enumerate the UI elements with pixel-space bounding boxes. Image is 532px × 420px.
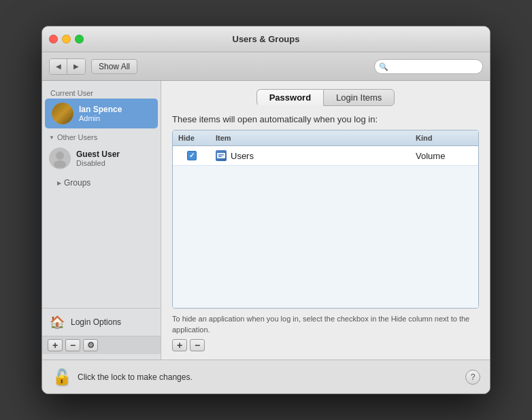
login-options-icon: 🏠 (49, 314, 65, 330)
hide-checkbox[interactable]: ✓ (187, 151, 197, 160)
search-input[interactable] (374, 59, 483, 74)
lock-icon: 🔓 (52, 368, 71, 386)
tabs: Password Login Items (172, 89, 479, 106)
guest-user-info: Guest User Disabled (76, 150, 120, 167)
titlebar: Users & Groups (42, 27, 490, 52)
table-body: ✓ Users (173, 146, 478, 308)
other-users-label: Other Users (57, 133, 97, 141)
section-description: These items will open automatically when… (172, 114, 479, 124)
sidebar-action-buttons: + − ⚙ (42, 336, 161, 354)
main-content: Current User Ian Spence Admin ▼ Other Us… (42, 81, 490, 360)
row-item-name: Users (231, 151, 254, 161)
right-panel: Password Login Items These items will op… (161, 81, 490, 360)
guest-user-name: Guest User (76, 150, 120, 159)
minimize-button[interactable] (62, 35, 71, 43)
forward-button[interactable]: ▶ (67, 59, 85, 74)
current-user-avatar (52, 103, 73, 124)
col-hide-header: Hide (173, 133, 210, 143)
lock-button[interactable]: 🔓 (52, 368, 71, 387)
login-options-label: Login Options (71, 317, 121, 327)
col-item-header: Item (210, 133, 410, 143)
traffic-lights (49, 35, 84, 43)
search-box: 🔍 (374, 59, 483, 74)
nav-buttons: ◀ ▶ (49, 58, 86, 75)
other-users-section: ▼ Other Users Guest User Disabled (42, 128, 161, 176)
sidebar-bottom: 🏠 Login Options + − ⚙ (42, 308, 161, 354)
row-kind-cell: Volume (410, 150, 478, 162)
current-user-role: Admin (79, 114, 122, 122)
svg-point-0 (56, 152, 64, 160)
row-hide-cell: ✓ (173, 150, 210, 162)
back-button[interactable]: ◀ (50, 59, 67, 74)
svg-rect-4 (218, 156, 222, 158)
svg-point-1 (54, 160, 66, 168)
help-button[interactable]: ? (465, 370, 480, 385)
remove-item-button[interactable]: − (190, 339, 205, 351)
maximize-button[interactable] (75, 35, 84, 43)
add-item-button[interactable]: + (172, 339, 187, 351)
close-button[interactable] (49, 35, 58, 43)
add-user-button[interactable]: + (48, 339, 63, 351)
show-all-button[interactable]: Show All (91, 59, 137, 74)
current-user-label: Current User (42, 86, 161, 99)
tab-login-items[interactable]: Login Items (323, 89, 395, 106)
groups-item[interactable]: ▶ Groups (42, 176, 161, 190)
search-icon: 🔍 (379, 62, 388, 71)
bottom-bar: 🔓 Click the lock to make changes. ? (42, 360, 490, 393)
row-item-cell: Users (210, 149, 410, 162)
lock-text: Click the lock to make changes. (78, 372, 193, 382)
sidebar: Current User Ian Spence Admin ▼ Other Us… (42, 81, 161, 360)
login-items-table: Hide Item Kind ✓ (172, 130, 479, 309)
footer-note: To hide an application when you log in, … (172, 314, 479, 335)
checkmark-icon: ✓ (189, 152, 195, 159)
current-user-item[interactable]: Ian Spence Admin (45, 99, 158, 128)
login-options-item[interactable]: 🏠 Login Options (42, 309, 161, 336)
toolbar: ◀ ▶ Show All 🔍 (42, 52, 490, 81)
guest-avatar (49, 147, 71, 169)
groups-triangle-icon: ▶ (57, 180, 61, 186)
guest-user-status: Disabled (76, 159, 120, 167)
table-header: Hide Item Kind (173, 130, 478, 146)
table-controls: + − (172, 339, 479, 351)
window-title: Users & Groups (233, 34, 300, 44)
guest-user-item[interactable]: Guest User Disabled (42, 143, 161, 173)
settings-button[interactable]: ⚙ (83, 339, 98, 351)
item-icon (216, 150, 227, 161)
svg-rect-3 (218, 154, 224, 156)
groups-label: Groups (64, 178, 90, 188)
col-kind-header: Kind (410, 133, 478, 143)
main-window: Users & Groups ◀ ▶ Show All 🔍 Current Us… (41, 26, 491, 394)
other-users-header[interactable]: ▼ Other Users (42, 131, 161, 143)
table-row[interactable]: ✓ Users (173, 146, 478, 166)
current-user-info: Ian Spence Admin (79, 105, 122, 122)
remove-user-button[interactable]: − (65, 339, 80, 351)
svg-rect-2 (217, 153, 225, 158)
avatar-image (52, 103, 73, 124)
current-user-name: Ian Spence (79, 105, 122, 114)
triangle-icon: ▼ (49, 135, 54, 141)
tab-password[interactable]: Password (256, 89, 323, 106)
